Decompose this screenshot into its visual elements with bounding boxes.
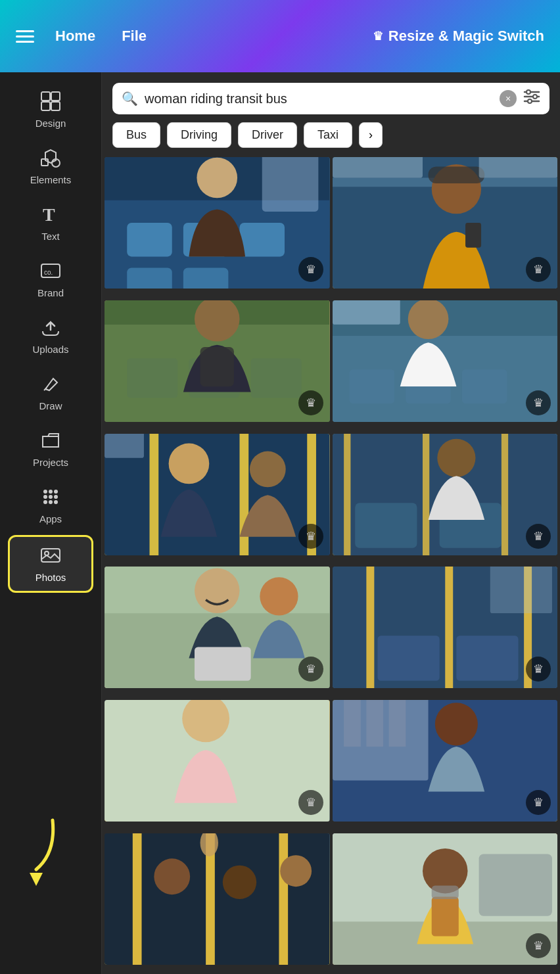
photo-image xyxy=(333,434,558,555)
brand-icon: co. xyxy=(40,260,61,285)
sidebar-item-projects-label: Projects xyxy=(33,457,68,468)
svg-point-70 xyxy=(437,438,475,476)
svg-rect-39 xyxy=(428,166,484,183)
photo-card[interactable]: ♛ xyxy=(105,700,330,822)
svg-rect-47 xyxy=(251,358,302,398)
svg-rect-3 xyxy=(51,102,60,110)
svg-point-14 xyxy=(54,495,58,499)
search-input[interactable] xyxy=(145,91,493,106)
sidebar: Design Elements T Text xyxy=(0,72,102,974)
photo-card[interactable]: ♛ xyxy=(105,300,330,422)
photo-image xyxy=(333,700,558,822)
photo-card[interactable]: ♛ xyxy=(333,567,558,688)
photo-image xyxy=(105,700,330,822)
svg-point-61 xyxy=(169,443,210,484)
svg-rect-42 xyxy=(478,157,557,178)
filter-chips-next[interactable]: › xyxy=(359,122,383,148)
svg-rect-82 xyxy=(490,567,551,613)
hamburger-menu[interactable] xyxy=(16,30,34,43)
nav-file[interactable]: File xyxy=(122,28,147,45)
filter-chip-driving[interactable]: Driving xyxy=(167,122,231,148)
svg-point-22 xyxy=(526,90,530,94)
svg-point-73 xyxy=(195,568,240,614)
photos-icon xyxy=(40,545,61,569)
svg-point-15 xyxy=(43,500,47,504)
svg-text:co.: co. xyxy=(44,269,53,276)
photo-premium-badge: ♛ xyxy=(526,524,551,549)
svg-point-11 xyxy=(54,490,58,494)
svg-rect-102 xyxy=(431,897,458,937)
svg-rect-89 xyxy=(366,700,383,747)
photo-card[interactable]: ♛ xyxy=(105,567,330,688)
svg-rect-58 xyxy=(150,434,159,555)
sidebar-item-design[interactable]: Design xyxy=(8,83,93,137)
svg-point-9 xyxy=(43,490,47,494)
sidebar-item-brand-label: Brand xyxy=(37,287,64,298)
nav-resize-magic[interactable]: ♛ Resize & Magic Switch xyxy=(373,28,544,45)
draw-icon xyxy=(40,373,61,398)
svg-marker-20 xyxy=(30,873,43,886)
filter-chip-taxi[interactable]: Taxi xyxy=(304,122,352,148)
elements-icon xyxy=(40,147,61,172)
sidebar-item-apps[interactable]: Apps xyxy=(8,478,93,532)
sidebar-item-projects[interactable]: Projects xyxy=(8,422,93,476)
arrow-annotation xyxy=(7,814,66,889)
filter-chip-driver[interactable]: Driver xyxy=(238,122,297,148)
search-filter-button[interactable] xyxy=(523,89,540,108)
photo-image xyxy=(105,833,330,965)
photo-card[interactable]: ♛ xyxy=(333,300,558,422)
svg-rect-35 xyxy=(262,157,319,212)
svg-point-13 xyxy=(49,495,53,499)
nav-home[interactable]: Home xyxy=(55,28,95,45)
svg-rect-80 xyxy=(377,636,439,682)
sidebar-item-brand[interactable]: co. Brand xyxy=(8,252,93,306)
filter-chip-bus[interactable]: Bus xyxy=(112,122,160,148)
sidebar-item-apps-label: Apps xyxy=(39,513,62,524)
svg-rect-81 xyxy=(456,636,518,682)
svg-point-10 xyxy=(49,490,53,494)
photo-card[interactable]: ♛ xyxy=(105,434,330,555)
svg-point-55 xyxy=(408,300,448,339)
svg-rect-0 xyxy=(41,92,50,101)
sidebar-item-uploads-label: Uploads xyxy=(32,344,68,355)
photo-card[interactable]: ♛ xyxy=(333,833,558,965)
svg-point-97 xyxy=(280,855,312,887)
photo-premium-badge: ♛ xyxy=(298,657,323,682)
photo-card[interactable]: ♛ xyxy=(105,157,330,289)
svg-rect-1 xyxy=(51,92,60,101)
svg-rect-32 xyxy=(127,268,172,289)
sidebar-item-draw[interactable]: Draw xyxy=(8,365,93,419)
sidebar-item-photos[interactable]: Photos xyxy=(8,535,93,593)
photo-card[interactable] xyxy=(105,833,330,965)
filter-chips: Bus Driving Driver Taxi › xyxy=(102,122,560,157)
photo-card[interactable]: ♛ xyxy=(333,157,558,289)
sidebar-item-uploads[interactable]: Uploads xyxy=(8,309,93,363)
photo-card[interactable]: ♛ xyxy=(333,700,558,822)
uploads-icon xyxy=(40,317,61,341)
photo-premium-badge: ♛ xyxy=(298,524,323,549)
svg-rect-2 xyxy=(41,102,50,110)
svg-point-34 xyxy=(197,158,237,198)
photo-image xyxy=(333,833,558,965)
svg-rect-66 xyxy=(423,434,429,555)
photo-card[interactable]: ♛ xyxy=(333,434,558,555)
nav-links: Home File ♛ Resize & Magic Switch xyxy=(55,28,544,45)
sidebar-item-text[interactable]: T Text xyxy=(8,196,93,250)
text-icon: T xyxy=(40,204,61,228)
sidebar-item-design-label: Design xyxy=(35,118,66,129)
main-layout: Design Elements T Text xyxy=(0,72,560,974)
photo-premium-badge: ♛ xyxy=(298,390,323,415)
sidebar-item-draw-label: Draw xyxy=(39,400,62,411)
svg-rect-78 xyxy=(445,567,453,688)
svg-rect-31 xyxy=(240,223,285,256)
svg-rect-65 xyxy=(344,434,350,555)
svg-point-96 xyxy=(223,866,256,899)
svg-point-12 xyxy=(43,495,47,499)
search-clear-button[interactable]: × xyxy=(500,90,517,107)
photo-premium-badge: ♛ xyxy=(298,257,323,282)
svg-rect-75 xyxy=(195,647,251,681)
sidebar-item-elements[interactable]: Elements xyxy=(8,139,93,193)
svg-rect-103 xyxy=(431,886,458,900)
svg-point-86 xyxy=(434,703,477,746)
photo-image xyxy=(105,434,330,555)
